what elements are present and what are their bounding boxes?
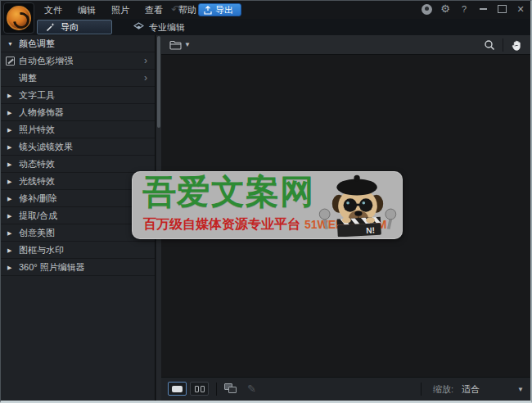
expand-arrow-icon	[7, 195, 19, 202]
pug-mascot-image: N!	[316, 174, 399, 237]
magnifier-icon	[484, 39, 495, 51]
expand-arrow-icon	[7, 178, 19, 185]
sidebar-item[interactable]: 镜头滤镜效果 ›	[1, 138, 155, 156]
single-view-button[interactable]	[168, 382, 187, 396]
expand-arrow-icon	[7, 229, 19, 237]
sidebar-item[interactable]: 文字工具 ›	[1, 87, 155, 104]
pen-tool-icon: ✎	[247, 383, 256, 395]
expand-arrow-icon	[7, 212, 19, 220]
image-swap-icon[interactable]	[224, 383, 237, 395]
scrollbar-thumb[interactable]	[157, 36, 160, 128]
canvas-footer-bar: ✎ 缩放: 适合 ▼	[161, 377, 530, 401]
sidebar-item[interactable]: 照片特效 ›	[1, 121, 155, 138]
magic-wand-icon	[46, 22, 56, 32]
tab-pro-edit-label: 专业编辑	[149, 21, 185, 34]
chevron-right-icon: ›	[144, 55, 147, 66]
expand-arrow-icon	[7, 247, 19, 254]
zoom-label: 缩放:	[433, 383, 453, 396]
chevron-right-icon: ›	[144, 72, 147, 84]
window-controls: ⚙ ? ✕	[422, 3, 526, 15]
help-icon[interactable]: ?	[458, 3, 470, 15]
settings-gear-icon[interactable]: ⚙	[440, 3, 451, 15]
footer-divider	[216, 383, 217, 396]
expand-arrow-icon	[7, 161, 19, 168]
close-button[interactable]: ✕	[515, 3, 526, 15]
redo-icon[interactable]: ↷	[185, 4, 194, 15]
tab-guided-label: 导向	[61, 21, 79, 34]
sidebar-item[interactable]: 360° 照片编辑器 ›	[1, 259, 155, 276]
expand-arrow-icon	[7, 92, 19, 99]
hand-icon	[512, 39, 522, 51]
canvas-toolbar: ▼	[161, 35, 530, 55]
open-folder-button[interactable]: ▼	[166, 38, 194, 52]
folder-dropdown-caret-icon: ▼	[184, 41, 191, 48]
expand-arrow-icon	[7, 109, 19, 116]
export-label: 导出	[215, 4, 233, 16]
menu-item[interactable]: 照片	[106, 2, 135, 19]
expand-arrow-icon	[7, 143, 19, 151]
tab-guided[interactable]: 导向	[37, 20, 112, 34]
app-window: 文件 编辑 照片 查看 帮助 ↶ ↷	[0, 0, 532, 403]
expand-arrow-icon	[7, 264, 19, 271]
app-logo-icon	[7, 6, 31, 30]
app-logo[interactable]	[3, 2, 34, 34]
canvas-nav-tools	[479, 37, 527, 52]
zoom-control[interactable]: 缩放: 适合 ▼	[421, 378, 524, 401]
single-view-icon	[172, 386, 183, 392]
footer-right-divider	[421, 383, 422, 396]
sidebar-item[interactable]: 动态特效 ›	[1, 156, 155, 173]
sidebar-item[interactable]: 调整 ›	[1, 70, 155, 87]
auto-enhance-icon	[6, 57, 15, 66]
watermark-title: 吾爱文案网	[142, 173, 314, 211]
watermark-banner: 吾爱文案网 百万级自媒体资源专业平台51WEN66.COM	[132, 171, 403, 239]
zoom-tool-button[interactable]	[479, 37, 500, 52]
title-bar: 文件 编辑 照片 查看 帮助 ↶ ↷	[1, 1, 530, 19]
sidebar-item[interactable]: 图框与水印 ›	[1, 242, 155, 259]
svg-text:N!: N!	[366, 225, 375, 235]
minimize-button[interactable]	[477, 3, 489, 15]
maximize-button[interactable]	[496, 3, 507, 15]
view-mode-buttons: ✎	[168, 382, 256, 396]
tab-pro-edit[interactable]: 专业编辑	[125, 20, 193, 34]
expand-arrow-icon	[7, 126, 19, 134]
sidebar-item[interactable]: 人物修饰器 ›	[1, 104, 155, 121]
history-buttons: ↶ ↷	[171, 4, 194, 15]
undo-icon[interactable]: ↶	[171, 4, 180, 15]
folder-icon	[169, 40, 182, 50]
sidebar-item[interactable]: 自动色彩增强 ›	[1, 52, 155, 70]
menu-item[interactable]: 文件	[38, 2, 68, 19]
zoom-value: 适合	[462, 383, 480, 396]
sidebar-item[interactable]: 颜色调整 ›	[1, 35, 155, 52]
export-icon	[204, 6, 212, 15]
layers-diamond-icon	[133, 22, 144, 32]
zoom-dropdown-caret-icon[interactable]: ▼	[517, 386, 524, 393]
menu-item[interactable]: 查看	[139, 2, 169, 19]
account-icon[interactable]	[422, 4, 432, 15]
export-button[interactable]: 导出	[198, 3, 241, 16]
expand-arrow-icon	[7, 40, 19, 48]
pan-hand-button[interactable]	[506, 37, 527, 52]
mode-tab-bar: 导向 专业编辑	[1, 19, 530, 35]
toolbar-divider	[503, 38, 503, 52]
compare-view-button[interactable]	[190, 382, 209, 396]
split-view-icon	[195, 386, 205, 392]
menu-item[interactable]: 编辑	[72, 2, 101, 19]
